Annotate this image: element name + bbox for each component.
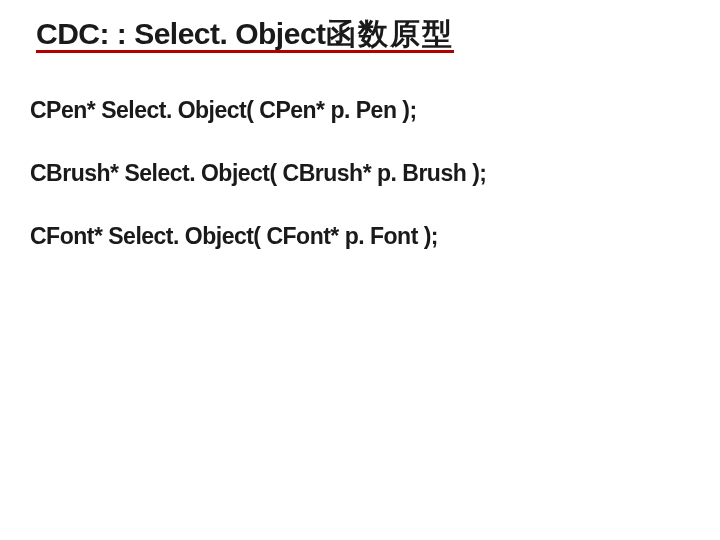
signature-line: CFont* Select. Object( CFont* p. Font ); [30,223,690,250]
signature-line: CBrush* Select. Object( CBrush* p. Brush… [30,160,690,187]
title-suffix-zh: 函数原型 [326,17,454,50]
slide: CDC: : Select. Object函数原型 CPen* Select. … [0,0,720,540]
title-class-method: CDC: : Select. Object [36,17,326,50]
signature-line: CPen* Select. Object( CPen* p. Pen ); [30,97,690,124]
title-text: CDC: : Select. Object函数原型 [36,18,454,53]
body: CPen* Select. Object( CPen* p. Pen ); CB… [30,97,690,250]
slide-title: CDC: : Select. Object函数原型 [36,18,454,53]
